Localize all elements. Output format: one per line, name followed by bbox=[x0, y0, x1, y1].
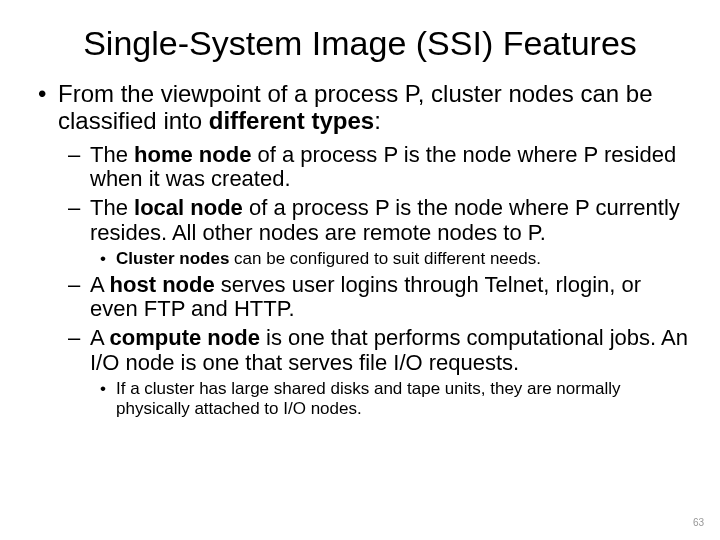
text: can be configured to suit different need… bbox=[229, 249, 541, 268]
text: A bbox=[90, 272, 110, 297]
bullet-list-lvl1: From the viewpoint of a process P, clust… bbox=[32, 81, 688, 418]
slide-title: Single-System Image (SSI) Features bbox=[32, 24, 688, 63]
bold-text: compute node bbox=[110, 325, 260, 350]
bold-text: Cluster nodes bbox=[116, 249, 229, 268]
text: The bbox=[90, 195, 134, 220]
bold-text: home node bbox=[134, 142, 251, 167]
bullet-list-lvl3: Cluster nodes can be configured to suit … bbox=[90, 249, 688, 269]
page-number: 63 bbox=[693, 517, 704, 528]
bullet-list-lvl3: If a cluster has large shared disks and … bbox=[90, 379, 688, 418]
slide: Single-System Image (SSI) Features From … bbox=[0, 0, 720, 540]
bullet-lvl2-item: A compute node is one that performs comp… bbox=[90, 326, 688, 418]
bullet-lvl2-item: The home node of a process P is the node… bbox=[90, 143, 688, 192]
bullet-lvl3-item: Cluster nodes can be configured to suit … bbox=[116, 249, 688, 269]
text: If a cluster has large shared disks and … bbox=[116, 379, 621, 418]
bullet-lvl1-item: From the viewpoint of a process P, clust… bbox=[58, 81, 688, 418]
bold-text: different types bbox=[209, 107, 374, 134]
bold-text: local node bbox=[134, 195, 243, 220]
bullet-lvl3-item: If a cluster has large shared disks and … bbox=[116, 379, 688, 418]
bullet-lvl2-item: A host node serves user logins through T… bbox=[90, 273, 688, 322]
bullet-list-lvl2: The home node of a process P is the node… bbox=[58, 143, 688, 419]
bold-text: host node bbox=[110, 272, 215, 297]
text: A bbox=[90, 325, 110, 350]
text: : bbox=[374, 107, 381, 134]
text: The bbox=[90, 142, 134, 167]
bullet-lvl2-item: The local node of a process P is the nod… bbox=[90, 196, 688, 269]
